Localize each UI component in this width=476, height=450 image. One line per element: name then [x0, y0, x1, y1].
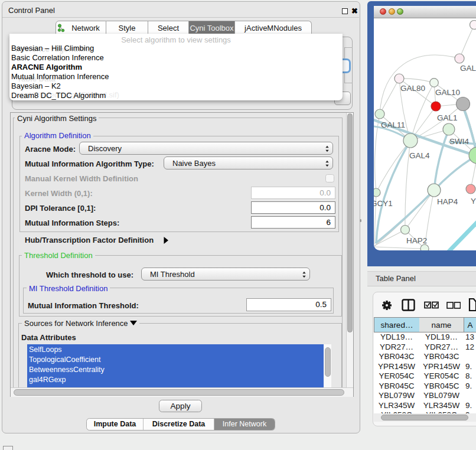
- svg-text:GAL4: GAL4: [409, 151, 430, 160]
- svg-text:Y: Y: [471, 197, 476, 206]
- svg-text:HAP4: HAP4: [437, 197, 458, 206]
- svg-text:GCY1: GCY1: [374, 199, 393, 208]
- svg-text:GAL11: GAL11: [381, 120, 405, 129]
- svg-text:GAL7: GAL7: [460, 64, 476, 73]
- svg-text:SWI4: SWI4: [449, 137, 469, 146]
- svg-text:GAL10: GAL10: [435, 88, 460, 97]
- svg-text:GAL1: GAL1: [437, 113, 458, 122]
- svg-text:HAP2: HAP2: [406, 236, 427, 245]
- svg-text:GAL80: GAL80: [400, 84, 425, 93]
